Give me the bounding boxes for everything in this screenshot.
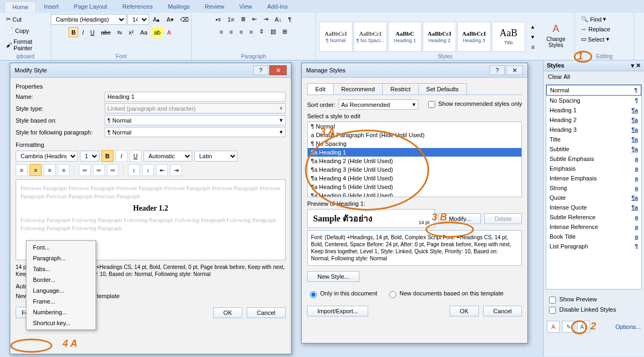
options-link[interactable]: Options... [615, 324, 641, 330]
pane-close-icon[interactable]: ✕ [636, 62, 641, 69]
menu-paragraph[interactable]: Paragraph... [28, 253, 94, 264]
list-item[interactable]: ¶a Heading 6 (Hide Until Used) [308, 191, 521, 197]
pane-style-item[interactable]: Heading 3¶a [546, 125, 641, 134]
sort-icon[interactable]: A↓ [272, 14, 284, 24]
list-item[interactable]: ¶ Normal [308, 122, 521, 131]
indent-inc2[interactable]: ⇥ [170, 164, 182, 176]
superscript-button[interactable]: x² [126, 27, 136, 37]
change-styles-button[interactable]: A Change Styles [540, 22, 571, 52]
grow-font-icon[interactable]: A▴ [150, 14, 162, 25]
italic-button[interactable]: I [79, 27, 86, 37]
pane-style-item[interactable]: Title¶a [546, 134, 641, 144]
align-right[interactable]: ≡ [44, 164, 56, 176]
showpreview-checkbox[interactable]: Show Preview [547, 296, 597, 302]
manage-styles-icon[interactable]: A↕ [577, 321, 590, 333]
tab-recommend[interactable]: Recommend [333, 83, 383, 95]
manage-modify-button[interactable]: Modify... [438, 213, 481, 224]
bold-button[interactable]: B [69, 27, 78, 37]
fmt-color-select[interactable]: Automatic [144, 151, 192, 161]
menu-font[interactable]: Font... [28, 242, 94, 253]
menu-shortcut[interactable]: Shortcut key... [28, 318, 94, 328]
pane-style-item[interactable]: Subtle Emphasisa [546, 154, 641, 164]
modify-close-button[interactable]: ✕ [269, 65, 287, 75]
list-item[interactable]: ¶a Heading 1 [308, 148, 521, 157]
pane-style-item[interactable]: No Spacing¶ [546, 96, 641, 105]
modify-cancel-button[interactable]: Cancel [247, 307, 286, 318]
list-item[interactable]: ¶ No Spacing [308, 139, 521, 148]
pane-style-item[interactable]: Subtle Referencea [546, 212, 641, 222]
indent-dec2[interactable]: ⇤ [156, 164, 168, 176]
disablelinked-checkbox[interactable]: Disable Linked Styles [547, 306, 616, 313]
menu-numbering[interactable]: Numbering... [28, 307, 94, 318]
pane-style-item[interactable]: Intense Referencea [546, 222, 641, 232]
manage-cancel-button[interactable]: Cancel [483, 306, 522, 316]
menu-frame[interactable]: Frame... [28, 296, 94, 307]
pane-style-item[interactable]: Emphasisa [546, 164, 641, 173]
newtpl-radio[interactable]: New documents based on this template [387, 290, 504, 297]
pane-style-item[interactable]: Book Titlea [546, 232, 641, 241]
fmt-italic[interactable]: I [116, 150, 127, 162]
style-normal[interactable]: AaBbCcI¶ Normal [319, 22, 352, 52]
manage-ok-button[interactable]: OK [450, 306, 479, 316]
tab-home[interactable]: Home [4, 1, 36, 12]
bullets-icon[interactable]: •≡ [213, 14, 223, 24]
highlight-button[interactable]: ab [151, 27, 163, 37]
showrec-checkbox[interactable]: Show recommended styles only [426, 99, 522, 110]
clear-all[interactable]: Clear All [544, 71, 644, 82]
list-item[interactable]: ¶a Heading 2 (Hide Until Used) [308, 157, 521, 165]
gallery-more[interactable]: ≡ [528, 42, 537, 52]
manage-help-button[interactable]: ? [490, 65, 505, 75]
newstyle-button[interactable]: New Style... [307, 271, 360, 282]
align-justify[interactable]: ≡ [58, 164, 70, 176]
basedon-select[interactable]: ¶ Normal▾ [105, 115, 286, 125]
style-heading1[interactable]: AaBbCHeading 1 [388, 22, 422, 52]
import-export-button[interactable]: Import/Export... [307, 306, 368, 316]
tab-mailings[interactable]: Mailings [160, 1, 197, 12]
sort-select[interactable]: As Recommended▾ [338, 99, 418, 110]
pane-style-item[interactable]: Intense Quote¶a [546, 203, 641, 212]
style-nospacing[interactable]: AaBbCcI¶ No Spaci... [354, 22, 387, 52]
pane-style-item[interactable]: Stronga [546, 183, 641, 193]
pane-style-item[interactable]: Quote¶a [546, 193, 641, 203]
name-input[interactable] [105, 92, 286, 102]
multilevel-icon[interactable]: ≣ [238, 14, 248, 24]
gallery-scroll-up[interactable]: ▴ [528, 22, 537, 32]
fmt-script-select[interactable]: Latin [194, 151, 238, 161]
fmt-font-select[interactable]: Cambria (Headings) [16, 151, 78, 161]
style-heading3[interactable]: AaBbCcIHeading 3 [457, 22, 491, 52]
clear-format-icon[interactable]: ⌫ [178, 14, 192, 25]
align-center[interactable]: ≡ [30, 164, 42, 176]
list-item[interactable]: a Default Paragraph Font (Hide Until Use… [308, 131, 521, 139]
menu-border[interactable]: Border... [28, 274, 94, 285]
following-select[interactable]: ¶ Normal▾ [105, 127, 286, 137]
space-1[interactable]: ═ [79, 164, 91, 176]
only-radio[interactable]: Only in this document [307, 290, 377, 297]
align-right-icon[interactable]: ≡ [237, 26, 246, 37]
fmt-bold[interactable]: B [101, 150, 113, 162]
line-spacing-icon[interactable]: ⇕ [256, 26, 267, 37]
pane-style-item[interactable]: Intense Emphasisa [546, 173, 641, 183]
font-size-select[interactable]: 14 [127, 14, 149, 25]
pane-style-item[interactable]: Normal¶ [546, 85, 641, 96]
pane-styles-list[interactable]: Normal¶No Spacing¶Heading 1¶aHeading 2¶a… [546, 84, 642, 289]
tab-addins[interactable]: Add-Ins [260, 1, 295, 12]
tab-insert[interactable]: Insert [36, 1, 66, 12]
modify-ok-button[interactable]: OK [213, 307, 242, 318]
show-marks-icon[interactable]: ¶ [286, 14, 294, 24]
space-15[interactable]: ═ [93, 164, 105, 176]
manage-close-button[interactable]: ✕ [506, 65, 523, 75]
fmt-underline[interactable]: U [130, 150, 141, 162]
style-heading2[interactable]: AaBbCcIHeading 2 [423, 22, 456, 52]
styles-list[interactable]: ¶ Normala Default Paragraph Font (Hide U… [307, 122, 522, 197]
list-item[interactable]: ¶a Heading 4 (Hide Until Used) [308, 174, 521, 183]
align-left-icon[interactable]: ≡ [217, 26, 226, 37]
tab-restrict[interactable]: Restrict [382, 83, 418, 95]
pane-style-item[interactable]: List Paragraph¶ [546, 241, 641, 251]
style-inspector-icon[interactable]: ✎ [562, 321, 575, 333]
list-item[interactable]: ¶a Heading 5 (Hide Until Used) [308, 183, 521, 191]
gallery-scroll-down[interactable]: ▾ [528, 32, 537, 42]
tab-references[interactable]: References [115, 1, 160, 12]
fmt-size-select[interactable]: 14 [80, 151, 99, 161]
cut-button[interactable]: ✂ Cut [3, 14, 24, 24]
shading-icon[interactable]: ▧ [268, 26, 279, 37]
